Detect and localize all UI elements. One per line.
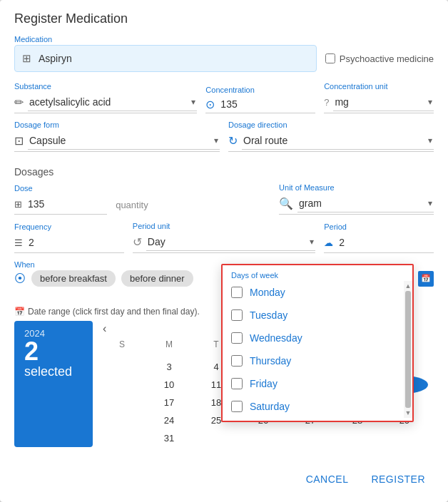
- cal-day-17[interactable]: 17: [146, 394, 193, 411]
- unit-of-measure-select[interactable]: gram: [297, 195, 434, 212]
- medication-label: Medication: [14, 35, 434, 43]
- dosage-form-icon: ⊡: [14, 134, 24, 148]
- substance-select-wrapper: acetylsalicylic acid ▾: [28, 93, 197, 111]
- frequency-input-wrapper: ☰: [14, 232, 124, 253]
- day-wednesday-label: Wednesday: [250, 332, 302, 344]
- dosage-direction-select[interactable]: Oral route: [242, 132, 434, 149]
- day-thursday-checkbox[interactable]: [231, 355, 243, 367]
- medication-group: Medication ⊞ Psychoactive medicine: [14, 35, 434, 72]
- concentration-unit-icon: ?: [324, 97, 329, 108]
- period-unit-wrapper: ↺ Day ▾: [133, 232, 315, 253]
- dosage-direction-label: Dosage direction: [228, 121, 434, 129]
- concentration-unit-select-wrapper: mg ▾: [333, 93, 434, 111]
- days-calendar-toggle-button[interactable]: 📅: [418, 271, 434, 287]
- cal-day-24[interactable]: 24: [146, 411, 193, 429]
- dialog-footer: CANCEL REGISTER: [0, 459, 448, 502]
- dose-input-wrapper: ⊞: [14, 194, 107, 215]
- dosage-form-row: Dosage form ⊡ Capsule ▾ Dosage direction…: [14, 121, 434, 152]
- period-unit-icon: ↺: [133, 235, 142, 249]
- day-friday-label: Friday: [250, 378, 278, 389]
- dosage-form-select-wrapper: Capsule ▾: [28, 132, 220, 150]
- dialog-title: Register Medication: [0, 0, 448, 35]
- cal-day-3[interactable]: 3: [146, 358, 193, 376]
- dosage-direction-group: Dosage direction ↻ Oral route ▾: [228, 121, 434, 152]
- day-wednesday[interactable]: Wednesday: [223, 327, 412, 349]
- cancel-button[interactable]: CANCEL: [297, 468, 357, 491]
- psychoactive-checkbox[interactable]: [325, 53, 335, 63]
- substance-icon: ✏: [14, 96, 24, 109]
- day-thursday-label: Thursday: [250, 355, 291, 367]
- day-header-s1: S: [98, 339, 146, 349]
- concentration-input[interactable]: [219, 97, 315, 111]
- dosage-direction-wrapper: ↻ Oral route ▾: [228, 130, 434, 152]
- substance-select[interactable]: acetylsalicylic acid: [28, 93, 197, 111]
- chip-before-breakfast[interactable]: before breakfast: [31, 270, 116, 287]
- period-input[interactable]: [337, 234, 434, 251]
- psychoactive-checkbox-label[interactable]: Psychoactive medicine: [325, 53, 434, 64]
- substance-input-wrapper: ✏ acetylsalicylic acid ▾: [14, 92, 197, 113]
- day-saturday[interactable]: Saturday: [223, 395, 412, 418]
- quantity-label: quantity: [116, 200, 148, 215]
- days-of-week-dropdown[interactable]: Days of week Monday Tuesday Wednesday Th…: [221, 264, 414, 422]
- cal-prev-button[interactable]: ‹: [98, 321, 111, 337]
- chip-before-dinner[interactable]: before dinner: [121, 270, 193, 287]
- days-dropdown-list: Monday Tuesday Wednesday Thursday Friday: [223, 281, 412, 418]
- period-unit-select[interactable]: Day: [146, 233, 315, 250]
- day-header-m: M: [146, 339, 193, 349]
- register-button[interactable]: REGISTER: [362, 468, 434, 491]
- dose-label: Dose: [14, 184, 107, 193]
- scroll-up-arrow[interactable]: ▲: [405, 282, 412, 290]
- unit-of-measure-wrapper: 🔍 gram ▾: [279, 193, 434, 215]
- dosages-title: Dosages: [14, 166, 434, 178]
- day-friday[interactable]: Friday: [223, 372, 412, 395]
- dosage-form-select[interactable]: Capsule: [28, 132, 220, 149]
- day-tuesday-checkbox[interactable]: [231, 309, 243, 321]
- dosage-form-group: Dosage form ⊡ Capsule ▾: [14, 121, 220, 152]
- dose-input[interactable]: [26, 195, 107, 212]
- scroll-thumb: [405, 291, 411, 408]
- quantity-label-wrapper: quantity: [116, 200, 270, 215]
- dosage-form-wrapper: ⊡ Capsule ▾: [14, 130, 220, 152]
- cal-day-31[interactable]: 31: [146, 429, 193, 447]
- days-of-week-label: Days of week: [223, 268, 412, 281]
- frequency-row: Frequency ☰ Period unit ↺ Day ▾: [14, 222, 434, 253]
- concentration-icon: ⊙: [205, 98, 215, 111]
- calendar-year: 2024: [24, 328, 83, 339]
- calendar-icon: 📅: [14, 307, 25, 317]
- concentration-unit-wrapper: ? mg ▾: [324, 92, 434, 113]
- dosage-direction-select-wrapper: Oral route ▾: [242, 132, 434, 150]
- day-monday-checkbox[interactable]: [231, 287, 243, 298]
- concentration-group: Concentration ⊙: [205, 86, 315, 113]
- concentration-unit-group: Concentration unit ? mg ▾: [324, 82, 434, 113]
- period-icon: ☁: [324, 237, 333, 248]
- day-wednesday-checkbox[interactable]: [231, 332, 243, 344]
- dose-row: Dose ⊞ quantity Unit of Measure 🔍 gram: [14, 183, 434, 215]
- period-unit-group: Period unit ↺ Day ▾: [133, 222, 315, 253]
- cal-day-10[interactable]: 10: [146, 376, 193, 394]
- unit-of-measure-select-wrapper: gram ▾: [297, 195, 434, 212]
- day-tuesday[interactable]: Tuesday: [223, 304, 412, 327]
- frequency-input[interactable]: [27, 234, 124, 251]
- day-saturday-checkbox[interactable]: [231, 401, 243, 412]
- medication-input-wrapper: ⊞: [14, 45, 317, 72]
- date-range-text: Date range (click first day and then fin…: [28, 307, 200, 317]
- scroll-down-arrow[interactable]: ▼: [405, 409, 412, 416]
- dose-group: Dose ⊞: [14, 184, 107, 215]
- substance-row: Substance ✏ acetylsalicylic acid ▾ Conce…: [14, 82, 434, 113]
- days-dropdown-scroll-container: Monday Tuesday Wednesday Thursday Friday: [223, 281, 412, 418]
- calendar-selected-text: selected: [24, 364, 83, 379]
- days-scrollbar: ▲ ▼: [404, 281, 412, 418]
- day-monday[interactable]: Monday: [223, 281, 412, 304]
- concentration-input-wrapper: ⊙: [205, 96, 315, 113]
- medication-input[interactable]: [37, 50, 309, 67]
- day-monday-label: Monday: [250, 287, 285, 298]
- concentration-unit-select[interactable]: mg: [333, 93, 434, 111]
- substance-label: Substance: [14, 82, 197, 91]
- period-label: Period: [324, 222, 434, 231]
- day-thursday[interactable]: Thursday: [223, 349, 412, 372]
- day-friday-checkbox[interactable]: [231, 378, 243, 389]
- concentration-unit-label: Concentration unit: [324, 82, 434, 91]
- dosage-direction-icon: ↻: [228, 134, 238, 148]
- unit-of-measure-group: Unit of Measure 🔍 gram ▾: [279, 183, 434, 215]
- frequency-group: Frequency ☰: [14, 222, 124, 253]
